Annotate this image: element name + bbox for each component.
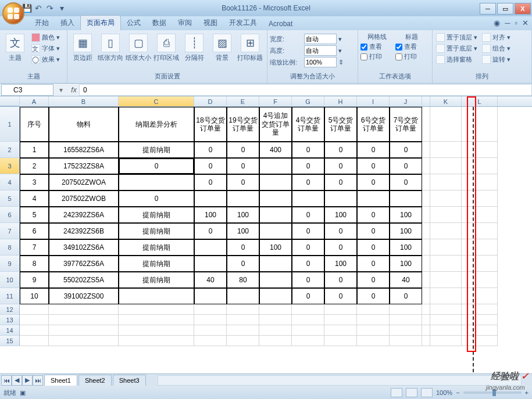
cell[interactable] [430,315,462,325]
cell[interactable] [422,174,430,190]
col-header-corner[interactable] [422,96,430,106]
row-header-7[interactable]: 7 [0,223,20,239]
normal-view-button[interactable] [391,388,402,397]
minimize-button[interactable]: ─ [480,3,496,15]
zoom-out-button[interactable]: − [456,389,459,396]
cell[interactable]: 6号交货订单量 [357,107,390,142]
cell[interactable]: 0 [357,288,390,304]
row-header-15[interactable]: 15 [0,336,20,346]
cell[interactable] [259,325,292,336]
cell[interactable] [390,304,422,315]
cell[interactable] [259,315,292,325]
cell[interactable]: 0 [292,239,324,256]
cell[interactable] [20,304,49,315]
cell[interactable] [462,336,498,346]
size-button[interactable]: ▢纸张大小 [126,31,151,62]
cell[interactable] [227,315,259,325]
cell[interactable] [194,239,227,256]
cell[interactable]: 4号追加交货订单量 [259,107,292,142]
cell[interactable] [390,190,422,207]
cell[interactable] [422,304,430,315]
cell[interactable] [430,239,462,256]
cell[interactable] [194,336,227,346]
row-header-1[interactable]: 1 [0,107,20,142]
cell[interactable]: 2 [20,158,49,174]
cell[interactable]: 0 [292,158,324,174]
sheet-tab-1[interactable]: Sheet1 [44,375,77,386]
cell[interactable]: 80 [227,272,259,288]
cell[interactable]: 0 [119,190,194,207]
send-back-button[interactable]: 置于底层▾ [435,44,479,53]
cell[interactable] [194,325,227,336]
cell[interactable]: 提前纳期 [119,256,194,272]
cell[interactable] [422,336,430,346]
macro-icon[interactable]: ▣ [20,389,26,397]
col-header-E[interactable]: E [227,96,259,106]
cell[interactable] [292,336,324,346]
row-header-12[interactable]: 12 [0,304,20,315]
cell[interactable]: 0 [194,223,227,239]
cell[interactable]: 100 [390,223,422,239]
cell[interactable]: 242392ZS6B [49,223,119,239]
office-button[interactable] [2,2,24,24]
cell[interactable] [49,304,119,315]
cell[interactable] [430,158,462,174]
cell[interactable]: 序号 [20,107,49,142]
cell[interactable]: 3 [20,174,49,190]
row-header-4[interactable]: 4 [0,174,20,190]
cell[interactable] [462,223,498,239]
gridlines-view-check[interactable] [360,44,367,51]
close-button[interactable]: X [515,3,531,15]
cell[interactable] [430,107,462,142]
cell[interactable]: 100 [390,207,422,223]
fx-icon[interactable]: fx [69,86,79,94]
cell[interactable]: 100 [227,207,259,223]
cell[interactable] [462,107,498,142]
breaks-button[interactable]: ┊分隔符 [181,31,207,62]
cell[interactable] [259,207,292,223]
undo-icon[interactable]: ↶ [34,3,43,13]
cell[interactable]: 349102ZS6A [49,239,119,256]
cell[interactable]: 0 [357,142,390,158]
col-header-F[interactable]: F [259,96,292,106]
cell[interactable] [194,256,227,272]
cell[interactable] [324,325,357,336]
cell[interactable]: 提前纳期 [119,239,194,256]
cell[interactable]: 0 [292,223,324,239]
cell[interactable]: 100 [194,207,227,223]
col-header-D[interactable]: D [194,96,227,106]
cell[interactable]: 提前纳期 [119,142,194,158]
cell[interactable] [390,315,422,325]
cell[interactable] [430,190,462,207]
cell[interactable]: 100 [259,239,292,256]
cell[interactable]: 提前纳期 [119,272,194,288]
col-header-G[interactable]: G [292,96,324,106]
cell[interactable] [227,304,259,315]
cell[interactable] [430,207,462,223]
cell[interactable] [259,288,292,304]
col-header-I[interactable]: I [357,96,390,106]
cell[interactable]: 165582ZS6A [49,142,119,158]
cell[interactable] [462,256,498,272]
cell[interactable] [324,304,357,315]
cell[interactable] [227,190,259,207]
row-header-11[interactable]: 11 [0,288,20,304]
tab-developer[interactable]: 开发工具 [223,16,263,30]
cell[interactable] [292,325,324,336]
width-input[interactable] [304,34,337,44]
tab-insert[interactable]: 插入 [55,16,80,30]
row-header-2[interactable]: 2 [0,142,20,158]
row-header-3[interactable]: 3 [0,158,20,174]
fonts-button[interactable]: 文字体▾ [30,44,61,53]
cell[interactable] [430,304,462,315]
align-button[interactable]: 对齐▾ [481,33,512,42]
cell[interactable] [430,174,462,190]
cell[interactable] [462,142,498,158]
cell[interactable] [357,336,390,346]
cell[interactable]: 0 [357,158,390,174]
cell[interactable]: 0 [390,174,422,190]
col-header-A[interactable]: A [20,96,49,106]
cell[interactable]: 0 [227,158,259,174]
cell[interactable]: 0 [357,174,390,190]
cell[interactable]: 207502ZWOB [49,190,119,207]
